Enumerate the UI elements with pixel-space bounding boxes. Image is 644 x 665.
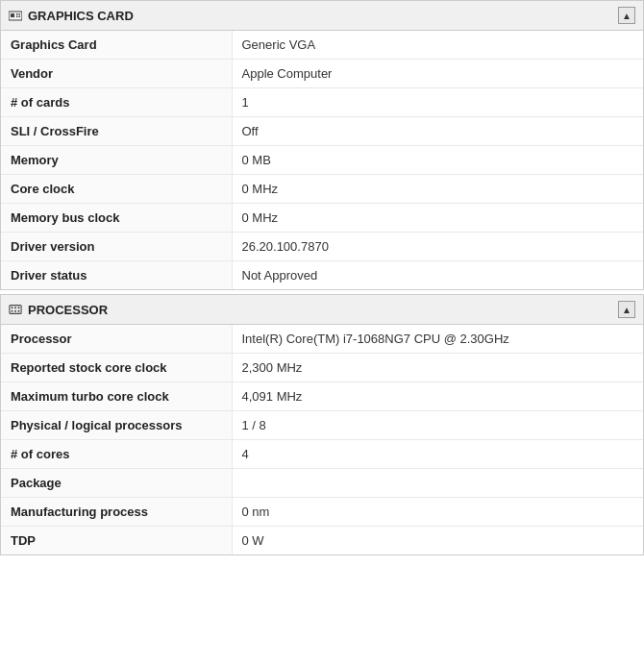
row-value: Not Approved <box>232 261 643 290</box>
row-label: Graphics Card <box>1 31 232 60</box>
svg-rect-11 <box>14 310 16 312</box>
graphics-card-title: GRAPHICS CARD <box>28 9 134 23</box>
svg-rect-9 <box>18 307 20 308</box>
row-value: Generic VGA <box>232 31 643 60</box>
processor-info-table: Processor Intel(R) Core(TM) i7-1068NG7 C… <box>1 325 643 554</box>
graphics-card-section: GRAPHICS CARD ▲ Graphics Card Generic VG… <box>0 0 644 290</box>
svg-rect-1 <box>11 13 14 17</box>
svg-rect-12 <box>18 310 20 312</box>
row-value: 0 W <box>232 527 643 555</box>
graphics-card-header: GRAPHICS CARD ▲ <box>1 1 643 31</box>
row-value: 4 <box>232 440 643 469</box>
row-label: Vendor <box>1 60 232 88</box>
svg-rect-3 <box>19 13 21 15</box>
svg-rect-4 <box>16 15 18 17</box>
graphics-collapse-button[interactable]: ▲ <box>618 7 635 24</box>
row-label: TDP <box>1 527 232 555</box>
table-row: SLI / CrossFire Off <box>1 117 643 146</box>
table-row: Vendor Apple Computer <box>1 60 643 88</box>
table-row: Core clock 0 MHz <box>1 175 643 204</box>
row-label: Processor <box>1 325 232 354</box>
row-value: 0 MHz <box>232 175 643 204</box>
processor-section: PROCESSOR ▲ Processor Intel(R) Core(TM) … <box>0 294 644 555</box>
row-value: 1 / 8 <box>232 411 643 440</box>
gpu-icon <box>9 9 22 22</box>
row-value: 0 MB <box>232 146 643 175</box>
row-value: 1 <box>232 88 643 117</box>
row-label: # of cards <box>1 88 232 117</box>
processor-collapse-button[interactable]: ▲ <box>618 301 635 318</box>
row-value: 0 MHz <box>232 204 643 233</box>
row-label: Package <box>1 469 232 498</box>
table-row: Driver status Not Approved <box>1 261 643 290</box>
row-value: Intel(R) Core(TM) i7-1068NG7 CPU @ 2.30G… <box>232 325 643 354</box>
table-row: # of cards 1 <box>1 88 643 117</box>
svg-rect-2 <box>16 13 18 15</box>
row-label: SLI / CrossFire <box>1 117 232 146</box>
table-row: # of cores 4 <box>1 440 643 469</box>
table-row: Physical / logical processors 1 / 8 <box>1 411 643 440</box>
table-row: Memory bus clock 0 MHz <box>1 204 643 233</box>
row-label: Driver status <box>1 261 232 290</box>
svg-rect-7 <box>12 307 13 308</box>
svg-rect-5 <box>19 15 21 17</box>
table-row: Driver version 26.20.100.7870 <box>1 233 643 261</box>
row-value: Apple Computer <box>232 60 643 88</box>
row-value: 2,300 MHz <box>232 354 643 382</box>
processor-header: PROCESSOR ▲ <box>1 295 643 325</box>
svg-rect-10 <box>12 310 13 312</box>
row-label: Manufacturing process <box>1 498 232 527</box>
svg-rect-8 <box>14 307 16 308</box>
table-row: Graphics Card Generic VGA <box>1 31 643 60</box>
processor-title: PROCESSOR <box>28 303 108 317</box>
svg-rect-6 <box>10 306 21 314</box>
row-value: 26.20.100.7870 <box>232 233 643 261</box>
row-label: Core clock <box>1 175 232 204</box>
row-label: # of cores <box>1 440 232 469</box>
row-label: Maximum turbo core clock <box>1 382 232 411</box>
row-value: 0 nm <box>232 498 643 527</box>
table-row: Package <box>1 469 643 498</box>
row-label: Reported stock core clock <box>1 354 232 382</box>
row-label: Driver version <box>1 233 232 261</box>
row-label: Memory <box>1 146 232 175</box>
row-label: Physical / logical processors <box>1 411 232 440</box>
table-row: TDP 0 W <box>1 527 643 555</box>
table-row: Reported stock core clock 2,300 MHz <box>1 354 643 382</box>
table-row: Manufacturing process 0 nm <box>1 498 643 527</box>
table-row: Processor Intel(R) Core(TM) i7-1068NG7 C… <box>1 325 643 354</box>
row-value: Off <box>232 117 643 146</box>
table-row: Maximum turbo core clock 4,091 MHz <box>1 382 643 411</box>
row-value: 4,091 MHz <box>232 382 643 411</box>
graphics-info-table: Graphics Card Generic VGA Vendor Apple C… <box>1 31 643 289</box>
cpu-icon <box>9 303 22 316</box>
row-value <box>232 469 643 498</box>
table-row: Memory 0 MB <box>1 146 643 175</box>
row-label: Memory bus clock <box>1 204 232 233</box>
